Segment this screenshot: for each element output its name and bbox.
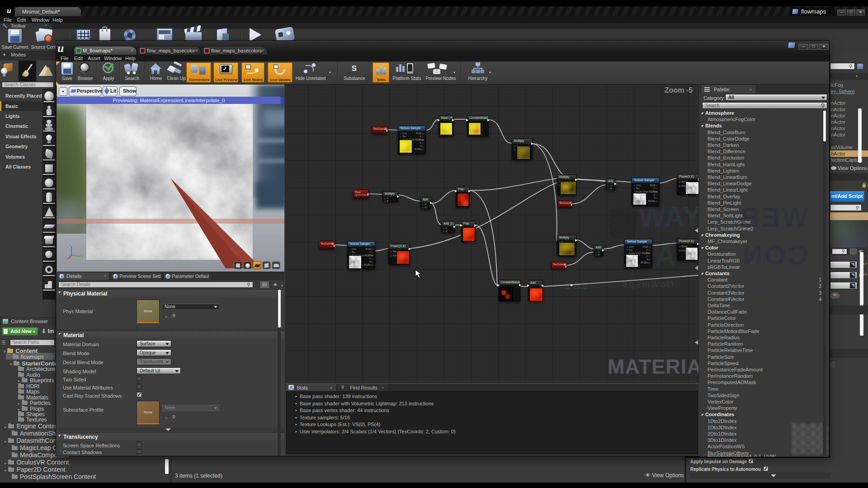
svg-text:y: y [82, 255, 84, 258]
svg-text:z: z [70, 244, 71, 247]
svg-text:x: x [67, 257, 69, 260]
